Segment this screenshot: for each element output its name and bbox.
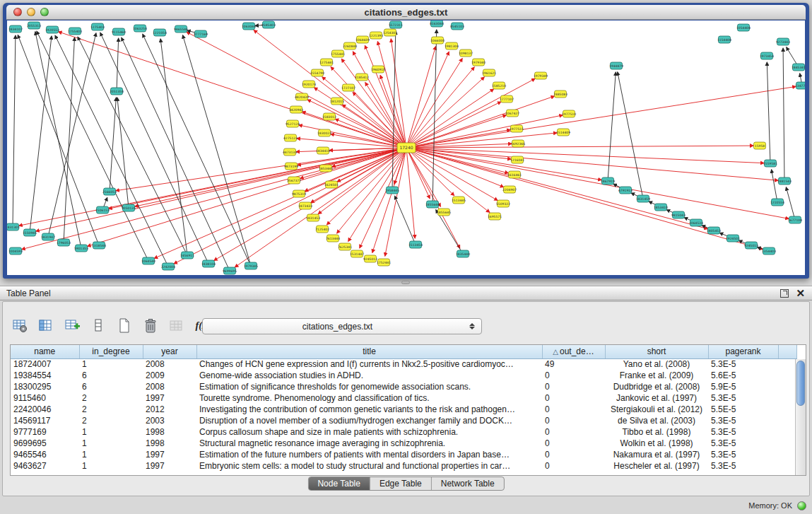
close-panel-icon[interactable]: ✕ <box>796 289 805 298</box>
graph-node[interactable]: 1920553 <box>45 26 59 33</box>
graph-node[interactable]: 9527124 <box>286 120 300 127</box>
graph-node[interactable]: 1554790 <box>310 69 324 76</box>
column-header-pagerank[interactable]: pagerank <box>708 345 778 358</box>
graph-node[interactable]: 1944879 <box>609 62 623 69</box>
graph-node-center[interactable]: 17240 <box>397 143 416 153</box>
graph-node[interactable]: 1752441 <box>377 259 391 266</box>
graph-node[interactable]: 1831459 <box>636 195 650 202</box>
graph-node[interactable]: 8163044 <box>430 21 444 27</box>
graph-node[interactable]: 9465546 <box>174 25 188 33</box>
graph-node[interactable]: 5509322 <box>496 200 510 207</box>
table-row[interactable]: 946554611997Estimation of the future num… <box>11 449 796 460</box>
graph-node[interactable]: 1677108 <box>788 216 802 223</box>
graph-node[interactable]: 9245012 <box>363 255 377 262</box>
graph-node[interactable]: 1583012 <box>322 113 336 120</box>
new-table-icon[interactable] <box>114 316 134 336</box>
graph-node[interactable]: 1221054 <box>153 29 167 36</box>
graph-node[interactable]: 9873199 <box>284 163 298 170</box>
graph-node[interactable]: 1275403 <box>90 23 105 30</box>
graph-node[interactable]: 1559581 <box>763 160 777 167</box>
table-row[interactable]: 946362711997Embryonic stem cells: a mode… <box>11 460 796 472</box>
graph-node[interactable]: 9699695 <box>223 267 237 274</box>
graph-node[interactable]: 5901353 <box>74 245 88 252</box>
graph-node[interactable]: 1830022 <box>317 129 331 136</box>
graph-node[interactable]: 1064534 <box>689 219 703 226</box>
table-row[interactable]: 969969511998Structural magnetic resonanc… <box>11 438 796 449</box>
scrollbar-thumb[interactable] <box>796 361 805 406</box>
tab-edge-table[interactable]: Edge Table <box>370 477 432 490</box>
graph-node[interactable]: 4820439 <box>295 93 309 100</box>
graph-node[interactable]: 1004593 <box>8 247 23 255</box>
table-row[interactable]: 2242004622012Investigating the contribut… <box>11 404 796 415</box>
graph-node[interactable]: 15958 <box>754 142 766 149</box>
graph-node[interactable]: 1977510 <box>562 110 576 117</box>
graph-node[interactable]: 1064540 <box>141 257 155 264</box>
graph-node[interactable]: 4275122 <box>283 134 298 141</box>
graph-node[interactable]: 9050135 <box>122 204 136 211</box>
column-header-year[interactable]: year <box>143 345 196 358</box>
graph-node[interactable]: 1838104 <box>201 260 216 267</box>
graph-node[interactable]: 1456911 <box>180 252 194 259</box>
table-row[interactable]: 1456911722003Disruption of a novel membe… <box>11 415 796 426</box>
table-row[interactable]: 1872400712008Changes of HCN gene express… <box>11 358 796 370</box>
tab-node-table[interactable]: Node Table <box>308 477 370 490</box>
graph-node[interactable]: 7485083 <box>553 90 567 98</box>
table-settings-icon[interactable] <box>10 316 30 336</box>
graph-node[interactable]: 1185412 <box>355 74 369 81</box>
minimize-window-button[interactable] <box>27 8 35 16</box>
graph-node[interactable]: 9815043 <box>671 211 686 218</box>
graph-node[interactable]: 2260848 <box>343 42 357 49</box>
graph-node[interactable]: 1695571 <box>488 213 502 220</box>
graph-node[interactable]: 1805453 <box>707 227 721 234</box>
column-header-out_de[interactable]: △out_de… <box>542 345 605 358</box>
graph-node[interactable]: 1221393 <box>369 32 383 39</box>
panel-splitter-handle[interactable] <box>401 281 410 284</box>
graph-node[interactable]: 1066000 <box>430 37 445 44</box>
graph-node[interactable]: 1924501 <box>726 235 740 242</box>
delete-column-icon[interactable] <box>88 316 108 336</box>
graph-node[interactable]: 1585210 <box>492 82 506 89</box>
graph-node[interactable]: 2051358 <box>110 88 124 95</box>
network-window-titlebar[interactable]: citations_edges.txt <box>6 5 806 20</box>
graph-node[interactable]: 6791913 <box>618 187 632 194</box>
graph-node[interactable]: 1692366 <box>511 140 525 147</box>
table-row[interactable]: 1830029562008Estimation of significance … <box>11 381 796 392</box>
graph-node[interactable]: 1514409 <box>556 129 570 136</box>
import-table-icon[interactable] <box>167 316 187 336</box>
graph-node[interactable]: 3420943 <box>289 106 303 113</box>
graph-node[interactable]: 1855646 <box>425 201 440 208</box>
graph-node[interactable]: 8585403 <box>261 21 276 28</box>
graph-node[interactable]: 1831947 <box>41 233 55 240</box>
graph-node[interactable]: 1550945 <box>23 229 37 236</box>
table-row[interactable]: 1938455462009Genome-wide association stu… <box>11 370 796 381</box>
graph-node[interactable]: 1812015 <box>330 98 344 105</box>
graph-node[interactable]: 9777169 <box>194 30 208 37</box>
graph-node[interactable]: 1347713 <box>795 82 805 89</box>
graph-node[interactable]: 1873433 <box>298 202 312 209</box>
close-window-button[interactable] <box>13 8 22 16</box>
graph-node[interactable]: 1845341 <box>792 64 805 71</box>
graph-node[interactable]: 1831301 <box>7 223 20 230</box>
graph-node[interactable]: 1977515 <box>510 125 524 132</box>
tab-network-table[interactable]: Network Table <box>432 477 504 490</box>
graph-node[interactable]: 1067427 <box>505 110 519 117</box>
graph-node[interactable]: 1513454 <box>408 241 423 248</box>
graph-node[interactable]: 5572311 <box>389 21 403 28</box>
graph-node[interactable]: 1831453 <box>306 214 320 221</box>
graph-node[interactable]: 1513445 <box>452 197 466 204</box>
graph-node[interactable]: 1981304 <box>445 42 459 49</box>
graph-node[interactable]: 1098137 <box>459 49 473 57</box>
graph-node[interactable]: 1867919 <box>601 177 615 185</box>
graph-node[interactable]: 1216041 <box>510 156 524 163</box>
graph-node[interactable]: 1506153 <box>95 206 110 214</box>
zoom-window-button[interactable] <box>40 8 49 16</box>
graph-node[interactable]: 2055313 <box>27 22 41 29</box>
graph-node[interactable]: 2204907 <box>502 186 517 193</box>
graph-node[interactable]: 8545103 <box>450 23 464 30</box>
graph-node[interactable]: 7125402 <box>315 226 329 233</box>
graph-node[interactable]: 7625341 <box>338 243 352 250</box>
add-column-icon[interactable] <box>62 316 82 336</box>
graph-node[interactable]: 1835440 <box>456 250 470 257</box>
graph-node[interactable]: 1624501 <box>324 181 339 188</box>
graph-node[interactable]: 1979345 <box>244 262 258 269</box>
